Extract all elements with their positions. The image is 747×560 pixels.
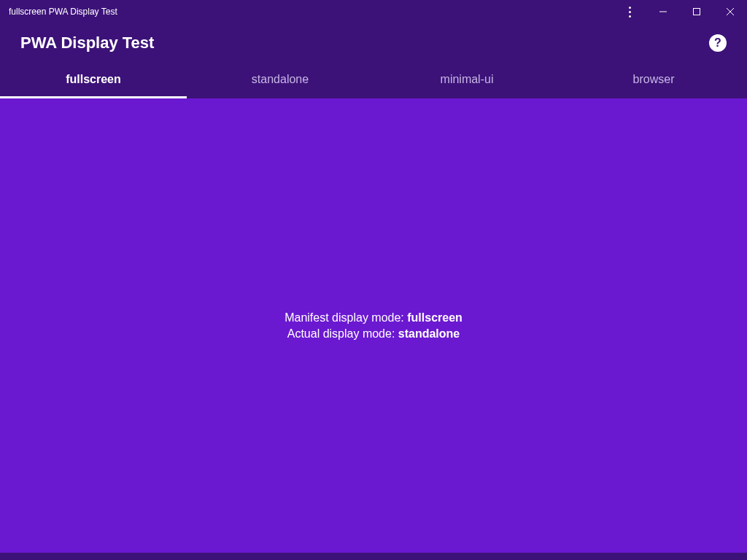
app-header: PWA Display Test ? — [0, 23, 747, 63]
tab-browser[interactable]: browser — [560, 63, 747, 98]
svg-rect-1 — [694, 9, 700, 15]
close-icon — [727, 8, 734, 15]
menu-button[interactable] — [613, 0, 646, 23]
tabs: fullscreen standalone minimal-ui browser — [0, 63, 747, 98]
actual-value: standalone — [398, 327, 460, 340]
content-area: Manifest display mode: fullscreen Actual… — [0, 98, 747, 553]
window-title: fullscreen PWA Display Test — [9, 7, 117, 17]
app-title: PWA Display Test — [20, 34, 154, 52]
maximize-icon — [693, 8, 700, 15]
header-row: PWA Display Test ? — [20, 34, 727, 63]
maximize-button[interactable] — [680, 0, 713, 23]
actual-display-mode: Actual display mode: standalone — [287, 327, 460, 341]
manifest-value: fullscreen — [407, 311, 462, 324]
help-icon: ? — [714, 36, 721, 50]
titlebar: fullscreen PWA Display Test — [0, 0, 747, 23]
tab-fullscreen[interactable]: fullscreen — [0, 63, 187, 98]
actual-label: Actual display mode: — [287, 327, 398, 340]
minimize-button[interactable] — [646, 0, 680, 23]
kebab-icon — [629, 7, 631, 18]
help-button[interactable]: ? — [709, 34, 727, 52]
manifest-label: Manifest display mode: — [285, 311, 407, 324]
tab-standalone[interactable]: standalone — [187, 63, 374, 98]
tab-minimal-ui[interactable]: minimal-ui — [374, 63, 560, 98]
manifest-display-mode: Manifest display mode: fullscreen — [285, 311, 462, 324]
titlebar-controls — [613, 0, 747, 23]
close-button[interactable] — [713, 0, 747, 23]
minimize-icon — [659, 8, 667, 15]
